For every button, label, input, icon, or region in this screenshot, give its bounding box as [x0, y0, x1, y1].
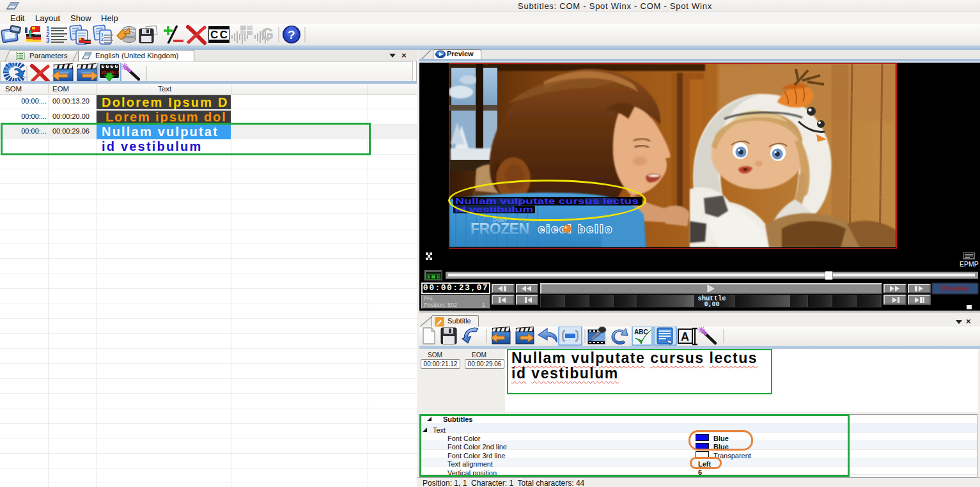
- svg-text:G: G: [261, 24, 274, 43]
- svg-text:FROZEN: FROZEN: [471, 220, 531, 237]
- svg-text:A: A: [681, 330, 689, 343]
- svg-text:?: ?: [288, 28, 295, 42]
- svg-text:1: 1: [101, 33, 104, 37]
- svg-text:cicci bello: cicci bello: [538, 223, 612, 235]
- svg-text:2: 2: [101, 37, 104, 42]
- svg-text:3: 3: [46, 37, 50, 44]
